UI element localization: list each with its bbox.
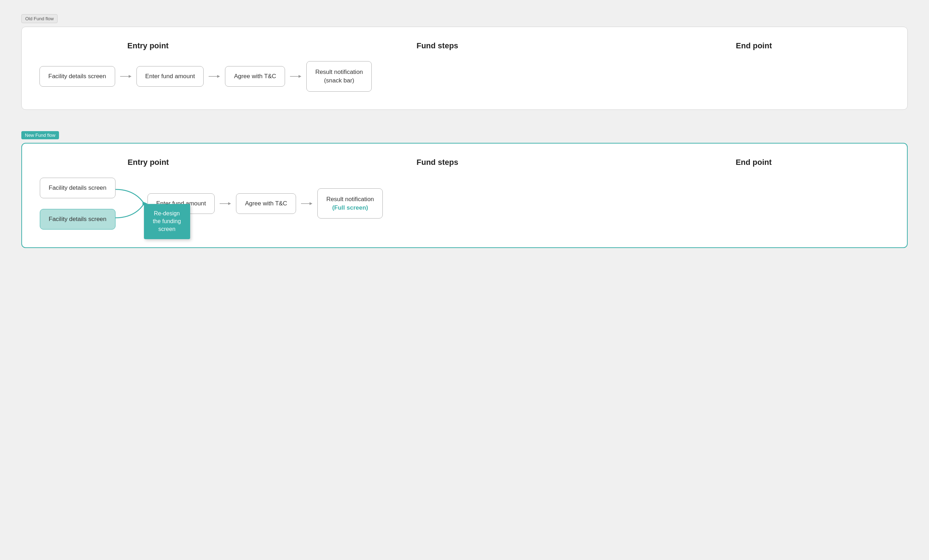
new-node-facility-2: Facility details screen xyxy=(40,209,115,230)
new-entry-label: Entry point xyxy=(40,158,257,167)
svg-marker-8 xyxy=(228,202,231,205)
new-arrow-3 xyxy=(296,201,317,206)
new-steps-label: Fund steps xyxy=(257,158,618,167)
old-arrow-1 xyxy=(115,74,136,79)
new-flow-container: Entry point Fund steps End point Facilit… xyxy=(21,143,908,248)
new-result-fullscreen-label: (Full screen) xyxy=(332,204,368,211)
old-flow-row: Facility details screen Enter fund amoun… xyxy=(40,61,889,92)
new-node-result: Result notification (Full screen) xyxy=(317,188,383,219)
old-node-facility: Facility details screen xyxy=(40,66,115,87)
new-flow-section: New Fund flow Entry point Fund steps End… xyxy=(21,131,908,248)
old-node-tnc: Agree with T&C xyxy=(225,66,285,87)
new-endpoint-label: End point xyxy=(618,158,889,167)
new-flow-body: Facility details screen Facility details… xyxy=(40,177,889,230)
old-endpoint-label: End point xyxy=(618,41,889,50)
svg-marker-1 xyxy=(129,75,132,78)
new-sticky-note: Re-designthe fundingscreen xyxy=(144,204,190,239)
new-node-facility-1: Facility details screen xyxy=(40,177,115,198)
old-steps-label: Fund steps xyxy=(257,41,618,50)
old-arrow-2 xyxy=(204,74,225,79)
old-node-result: Result notification(snack bar) xyxy=(307,61,372,92)
new-flow-header: Entry point Fund steps End point xyxy=(40,158,889,167)
new-node-tnc: Agree with T&C xyxy=(236,193,296,214)
old-flow-header: Entry point Fund steps End point xyxy=(40,41,889,50)
new-curved-arrow xyxy=(115,182,147,225)
svg-marker-10 xyxy=(310,202,313,205)
new-entry-col: Facility details screen Facility details… xyxy=(40,177,115,230)
new-flow-badge: New Fund flow xyxy=(21,131,59,139)
old-flow-section: Old Fund flow Entry point Fund steps End… xyxy=(21,14,908,110)
old-node-fund-amount: Enter fund amount xyxy=(136,66,204,87)
old-arrow-3 xyxy=(285,74,307,79)
old-flow-badge: Old Fund flow xyxy=(21,14,58,23)
svg-marker-5 xyxy=(299,75,301,78)
old-entry-label: Entry point xyxy=(40,41,257,50)
new-arrow-2 xyxy=(215,201,236,206)
new-fund-amount-wrapper: Enter fund amount Re-designthe fundingsc… xyxy=(147,193,215,214)
old-flow-container: Entry point Fund steps End point Facilit… xyxy=(21,27,908,110)
svg-marker-3 xyxy=(217,75,220,78)
